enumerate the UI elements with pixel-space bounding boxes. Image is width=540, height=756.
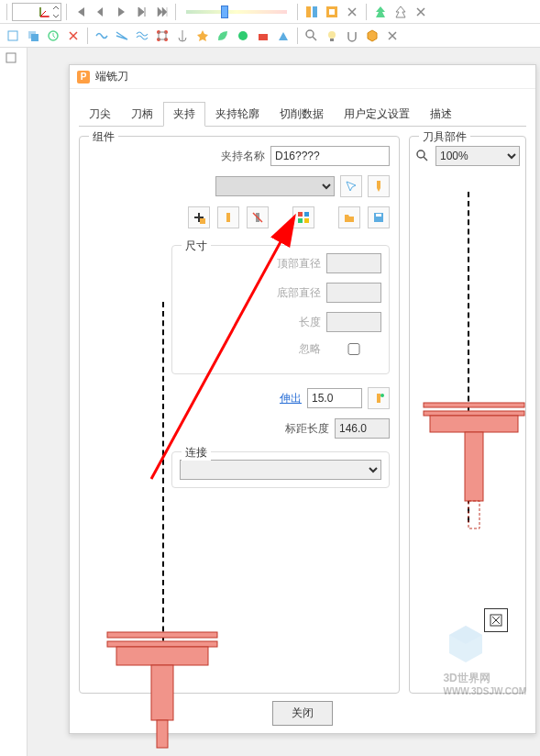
component-group: 组件 夹持名称 尺寸 顶部直径 <box>79 136 400 694</box>
measure-icon[interactable] <box>368 387 390 409</box>
svg-rect-16 <box>330 39 334 41</box>
play-icon[interactable] <box>112 3 130 21</box>
node-icon[interactable] <box>153 27 171 45</box>
svg-rect-4 <box>8 31 17 40</box>
app-icon: P <box>77 71 90 83</box>
svg-rect-25 <box>304 218 309 223</box>
toolbar-row-2 <box>0 24 540 48</box>
svg-point-35 <box>417 150 424 158</box>
preview-shape <box>419 394 529 577</box>
svg-rect-24 <box>298 218 303 223</box>
extend-link[interactable]: 伸出 <box>280 391 302 406</box>
name-input[interactable] <box>270 146 390 166</box>
svg-rect-1 <box>313 6 317 17</box>
tree-icon[interactable] <box>371 3 390 21</box>
close-x-icon-3[interactable] <box>383 27 402 45</box>
dialog-title: 端铣刀 <box>95 69 128 84</box>
palette-icon[interactable] <box>292 206 314 228</box>
svg-rect-31 <box>107 641 217 647</box>
top-dia-label: 顶部直径 <box>277 256 321 272</box>
group-label: 组件 <box>89 129 118 145</box>
name-label: 夹持名称 <box>221 149 265 164</box>
toolbar-row-1: 1 <box>0 0 540 24</box>
wave-icon-2[interactable] <box>113 27 131 45</box>
block-red-icon[interactable] <box>254 27 272 45</box>
bot-dia-label: 底部直径 <box>277 285 321 301</box>
tab-holder[interactable]: 夹持 <box>163 102 205 127</box>
tab-shank[interactable]: 刀柄 <box>121 102 163 127</box>
svg-rect-30 <box>107 632 217 638</box>
copy-icon[interactable] <box>24 27 42 45</box>
zoom-select[interactable]: 100% <box>435 146 520 166</box>
svg-rect-38 <box>430 416 518 432</box>
doc-icon[interactable] <box>4 27 22 45</box>
leaf-icon[interactable] <box>214 27 232 45</box>
close-x-icon-2[interactable] <box>412 3 430 21</box>
prev-icon[interactable] <box>92 3 110 21</box>
svg-rect-6 <box>31 34 39 41</box>
svg-rect-22 <box>298 212 303 217</box>
len-input <box>326 312 381 332</box>
horseshoe-icon[interactable] <box>343 27 361 45</box>
tool-icon-1[interactable] <box>303 3 321 21</box>
speed-slider[interactable] <box>186 10 287 14</box>
svg-rect-28 <box>377 394 380 403</box>
pick-icon[interactable] <box>340 175 362 197</box>
close-button[interactable]: 关闭 <box>272 701 333 726</box>
delete-tool-icon[interactable] <box>247 206 269 228</box>
fit-button[interactable] <box>484 608 508 632</box>
bulb-icon[interactable] <box>323 27 341 45</box>
edit-tool-icon[interactable] <box>217 206 239 228</box>
first-icon[interactable] <box>72 3 90 21</box>
len-label: 长度 <box>299 315 321 330</box>
axis-icon <box>39 6 51 18</box>
svg-rect-40 <box>468 501 479 528</box>
svg-rect-18 <box>377 181 380 188</box>
extend-input[interactable] <box>307 388 362 408</box>
folder-icon[interactable] <box>338 206 360 228</box>
shape-preview <box>89 302 236 687</box>
tool-dialog: P 端铣刀 刀尖 刀柄 夹持 夹持轮廓 切削数据 用户定义设置 描述 组件 夹持… <box>69 64 536 734</box>
svg-rect-13 <box>259 34 268 40</box>
svg-rect-27 <box>376 214 381 217</box>
dialog-tabs: 刀尖 刀柄 夹持 夹持轮廓 切削数据 用户定义设置 描述 <box>79 102 526 127</box>
svg-point-12 <box>238 31 248 40</box>
tree-icon-2[interactable] <box>391 3 410 21</box>
svg-rect-0 <box>306 6 311 17</box>
drill-icon[interactable] <box>368 175 390 197</box>
ignore-check[interactable] <box>326 343 381 355</box>
anchor-icon[interactable] <box>173 27 192 45</box>
wave-icon-1[interactable] <box>93 27 111 45</box>
tab-desc[interactable]: 描述 <box>420 102 462 127</box>
svg-rect-19 <box>200 218 205 224</box>
add-icon[interactable] <box>188 206 210 228</box>
block-blue-icon[interactable] <box>274 27 292 45</box>
tab-tip[interactable]: 刀尖 <box>79 102 121 127</box>
left-rail <box>0 48 28 756</box>
dialog-titlebar: P 端铣刀 <box>70 65 535 89</box>
holder-select[interactable] <box>215 176 335 196</box>
clock-icon[interactable] <box>44 27 62 45</box>
tab-profile[interactable]: 夹持轮廓 <box>205 102 270 127</box>
last-icon[interactable] <box>152 3 171 21</box>
save-icon[interactable] <box>368 206 390 228</box>
cut-icon[interactable] <box>64 27 83 45</box>
search-icon[interactable] <box>303 27 321 45</box>
rail-icon-1[interactable] <box>5 51 23 70</box>
tool-icon-2[interactable] <box>323 3 341 21</box>
spin-value[interactable]: 1 <box>13 4 39 20</box>
tab-userdef[interactable]: 用户定义设置 <box>334 102 420 127</box>
star-icon[interactable] <box>193 27 212 45</box>
wave-icon-3[interactable] <box>133 27 151 45</box>
close-x-icon[interactable] <box>343 3 361 21</box>
next-icon[interactable] <box>132 3 150 21</box>
preview-label: 刀具部件 <box>419 129 470 145</box>
tab-cutdata[interactable]: 切削数据 <box>270 102 334 127</box>
svg-rect-37 <box>424 411 524 416</box>
circle-icon[interactable] <box>234 27 252 45</box>
zoom-icon[interactable] <box>415 149 430 163</box>
svg-rect-17 <box>6 53 16 62</box>
spin-control[interactable]: 1 <box>12 3 61 21</box>
svg-rect-32 <box>116 647 208 665</box>
cube-icon[interactable] <box>363 27 381 45</box>
